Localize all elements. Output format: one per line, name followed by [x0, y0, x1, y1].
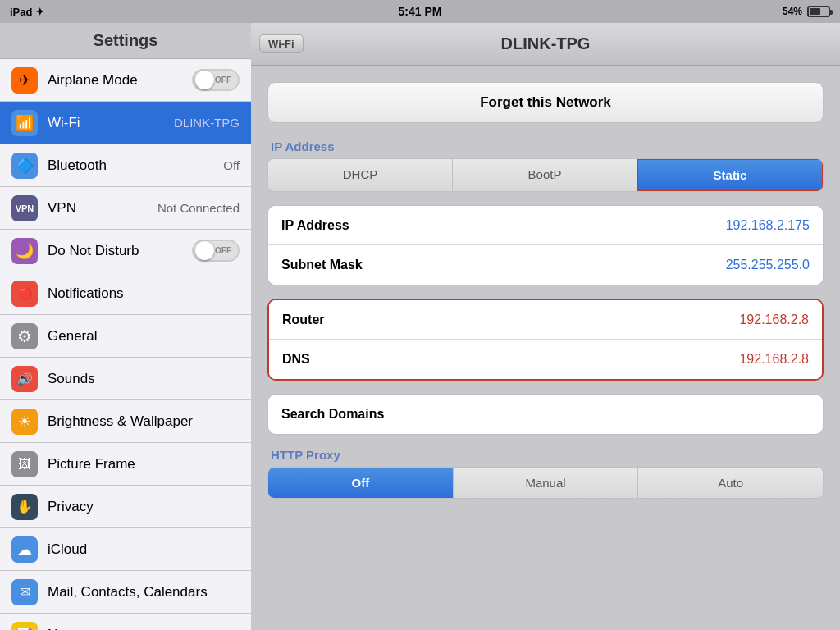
sidebar-label-mail: Mail, Contacts, Calendars	[48, 584, 240, 600]
sidebar-label-bluetooth: Bluetooth	[48, 158, 223, 174]
sidebar-label-brightness: Brightness & Wallpaper	[48, 413, 240, 430]
privacy-icon: ✋	[11, 494, 38, 520]
table-row-search-domains[interactable]: Search Domains	[268, 395, 823, 434]
bluetooth-icon: 🔷	[11, 153, 38, 179]
sidebar-item-dnd[interactable]: 🌙 Do Not Disturb	[0, 230, 251, 272]
sidebar-label-general: General	[48, 328, 240, 345]
vpn-icon: VPN	[11, 195, 38, 221]
sounds-icon: 🔊	[11, 366, 38, 392]
sidebar-value-vpn: Not Connected	[158, 201, 240, 215]
sidebar-item-bluetooth[interactable]: 🔷 Bluetooth Off	[0, 144, 251, 187]
sidebar-title: Settings	[0, 23, 251, 59]
proxy-segmented-control: Off Manual Auto	[267, 467, 824, 499]
subnet-mask-value: 255.255.255.0	[726, 258, 810, 272]
sidebar-item-brightness[interactable]: ☀ Brightness & Wallpaper	[0, 400, 251, 443]
sidebar-label-icloud: iCloud	[48, 541, 240, 558]
sidebar-label-vpn: VPN	[48, 200, 158, 217]
picture-icon: 🖼	[11, 451, 38, 477]
battery-fill	[810, 8, 820, 15]
sidebar-label-airplane: Airplane Mode	[48, 72, 192, 89]
table-row-ip-address[interactable]: IP Address 192.168.2.175	[268, 206, 823, 245]
dnd-toggle-thumb	[195, 241, 214, 260]
status-right: 54%	[783, 6, 830, 17]
sidebar-label-sounds: Sounds	[48, 371, 240, 387]
sidebar-label-picture: Picture Frame	[48, 456, 240, 472]
notes-icon: 📝	[11, 622, 38, 631]
wifi-icon: 📶	[11, 110, 38, 136]
sidebar-item-icloud[interactable]: ☁ iCloud	[0, 528, 251, 571]
ip-address-section-label: IP Address	[267, 139, 824, 153]
highlighted-group: Router 192.168.2.8 DNS 192.168.2.8	[267, 299, 824, 381]
status-bar: iPad ✦ 5:41 PM 54%	[0, 0, 840, 23]
sidebar-label-notes: Notes	[48, 627, 240, 631]
network-info-group: IP Address 192.168.2.175 Subnet Mask 255…	[267, 205, 824, 285]
proxy-auto[interactable]: Auto	[638, 468, 823, 498]
battery-percent: 54%	[783, 6, 802, 17]
sidebar-item-notifications[interactable]: 🔴 Notifications	[0, 272, 251, 315]
seg-bootp[interactable]: BootP	[453, 159, 637, 191]
detail-content: Forget this Network IP Address DHCP Boot…	[251, 66, 840, 515]
table-row-dns[interactable]: DNS 192.168.2.8	[269, 340, 822, 379]
sidebar: Settings ✈ Airplane Mode 📶 Wi-Fi DLINK-T…	[0, 23, 251, 630]
sidebar-item-vpn[interactable]: VPN VPN Not Connected	[0, 187, 251, 230]
table-row-subnet-mask[interactable]: Subnet Mask 255.255.255.0	[268, 245, 823, 285]
sidebar-label-dnd: Do Not Disturb	[48, 243, 192, 259]
sidebar-label-wifi: Wi-Fi	[48, 115, 174, 131]
subnet-mask-label: Subnet Mask	[281, 258, 726, 272]
dnd-toggle[interactable]	[192, 240, 240, 262]
forget-network-button[interactable]: Forget this Network	[267, 82, 824, 123]
status-left: iPad ✦	[10, 6, 44, 18]
ip-address-label: IP Address	[281, 218, 726, 233]
icloud-icon: ☁	[11, 536, 38, 563]
search-domains-label: Search Domains	[281, 407, 810, 422]
router-value: 192.168.2.8	[739, 313, 809, 327]
general-icon: ⚙	[11, 323, 38, 349]
search-domains-group: Search Domains	[267, 394, 824, 435]
wifi-back-badge[interactable]: Wi-Fi	[259, 34, 304, 53]
http-proxy-label: HTTP Proxy	[267, 448, 824, 462]
detail-title: DLINK-TPG	[501, 34, 591, 53]
notifications-icon: 🔴	[11, 281, 38, 307]
seg-dhcp[interactable]: DHCP	[268, 159, 453, 191]
main-layout: Settings ✈ Airplane Mode 📶 Wi-Fi DLINK-T…	[0, 23, 840, 630]
sidebar-item-notes[interactable]: 📝 Notes	[0, 614, 251, 630]
dns-value: 192.168.2.8	[739, 352, 809, 367]
detail-panel: Wi-Fi DLINK-TPG Forget this Network IP A…	[251, 23, 840, 630]
ip-mode-segmented-control: DHCP BootP Static	[267, 158, 824, 192]
sidebar-item-privacy[interactable]: ✋ Privacy	[0, 486, 251, 528]
sidebar-item-mail[interactable]: ✉ Mail, Contacts, Calendars	[0, 571, 251, 614]
table-row-router[interactable]: Router 192.168.2.8	[269, 300, 822, 340]
battery-icon	[807, 6, 830, 17]
sidebar-label-privacy: Privacy	[48, 499, 240, 515]
sidebar-label-notifications: Notifications	[48, 285, 240, 302]
sidebar-value-bluetooth: Off	[223, 158, 240, 172]
router-label: Router	[282, 313, 739, 327]
sidebar-item-airplane[interactable]: ✈ Airplane Mode	[0, 59, 251, 102]
toggle-thumb	[195, 71, 214, 89]
sidebar-item-wifi[interactable]: 📶 Wi-Fi DLINK-TPG	[0, 102, 251, 144]
dnd-icon: 🌙	[11, 238, 38, 264]
brightness-icon: ☀	[11, 409, 38, 435]
sidebar-value-wifi: DLINK-TPG	[174, 116, 240, 130]
sidebar-item-sounds[interactable]: 🔊 Sounds	[0, 358, 251, 400]
seg-static[interactable]: Static	[637, 158, 824, 192]
airplane-icon: ✈	[11, 67, 38, 94]
detail-header: Wi-Fi DLINK-TPG	[251, 23, 840, 66]
ip-address-value: 192.168.2.175	[726, 218, 810, 233]
proxy-manual[interactable]: Manual	[454, 468, 639, 498]
status-time: 5:41 PM	[399, 5, 442, 18]
sidebar-item-general[interactable]: ⚙ General	[0, 315, 251, 358]
mail-icon: ✉	[11, 579, 38, 605]
http-proxy-section: HTTP Proxy Off Manual Auto	[267, 448, 824, 499]
airplane-toggle[interactable]	[192, 69, 240, 91]
sidebar-item-picture[interactable]: 🖼 Picture Frame	[0, 443, 251, 486]
dns-label: DNS	[282, 352, 739, 367]
proxy-off[interactable]: Off	[268, 468, 454, 498]
